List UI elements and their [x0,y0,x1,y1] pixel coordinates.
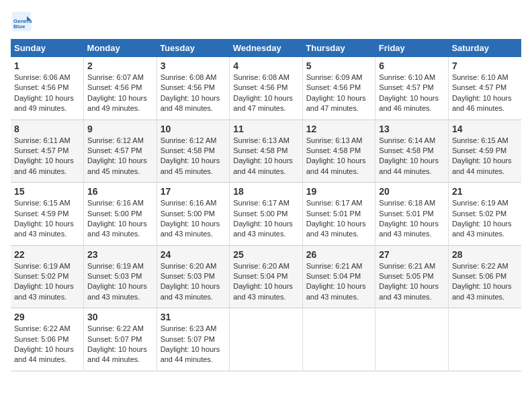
header-day: Tuesday [157,39,230,57]
calendar-cell: 24Sunrise: 6:20 AMSunset: 5:03 PMDayligh… [157,245,230,308]
day-number: 3 [161,60,226,71]
calendar-cell: 17Sunrise: 6:16 AMSunset: 5:00 PMDayligh… [157,183,230,246]
day-number: 7 [452,60,518,71]
calendar-cell: 15Sunrise: 6:15 AMSunset: 4:59 PMDayligh… [11,183,84,246]
logo-icon: General Blue [11,11,32,32]
calendar-cell [302,308,375,371]
day-number: 9 [87,124,153,134]
calendar-cell: 16Sunrise: 6:16 AMSunset: 5:00 PMDayligh… [84,183,157,246]
day-info: Sunrise: 6:18 AMSunset: 5:01 PMDaylight:… [379,198,445,240]
day-info: Sunrise: 6:06 AMSunset: 4:56 PMDaylight:… [14,73,80,114]
day-number: 23 [87,249,153,260]
day-info: Sunrise: 6:08 AMSunset: 4:56 PMDaylight:… [161,73,226,114]
day-number: 10 [161,124,226,134]
header-day: Sunday [11,39,84,57]
day-number: 2 [87,60,153,71]
calendar-cell: 3Sunrise: 6:08 AMSunset: 4:56 PMDaylight… [157,57,230,120]
calendar-cell: 21Sunrise: 6:19 AMSunset: 5:02 PMDayligh… [448,183,521,246]
page-header: General Blue [11,11,521,32]
calendar-cell: 13Sunrise: 6:14 AMSunset: 4:58 PMDayligh… [375,120,449,183]
day-number: 22 [14,249,80,260]
day-number: 19 [306,186,372,197]
day-number: 14 [452,124,518,134]
day-number: 28 [452,249,518,260]
header-day: Saturday [448,39,521,57]
calendar-cell: 23Sunrise: 6:19 AMSunset: 5:03 PMDayligh… [84,245,157,308]
day-number: 17 [161,186,226,197]
header-day: Friday [375,39,449,57]
day-info: Sunrise: 6:15 AMSunset: 4:59 PMDaylight:… [14,198,80,240]
day-info: Sunrise: 6:13 AMSunset: 4:58 PMDaylight:… [233,136,299,177]
calendar-cell: 27Sunrise: 6:21 AMSunset: 5:05 PMDayligh… [375,245,449,308]
day-number: 6 [379,60,445,71]
calendar-cell: 9Sunrise: 6:12 AMSunset: 4:57 PMDaylight… [84,120,157,183]
day-info: Sunrise: 6:21 AMSunset: 5:04 PMDaylight:… [306,261,372,303]
day-info: Sunrise: 6:10 AMSunset: 4:57 PMDaylight:… [452,73,518,114]
logo: General Blue [11,11,35,32]
calendar-table: SundayMondayTuesdayWednesdayThursdayFrid… [11,39,521,371]
calendar-cell: 25Sunrise: 6:20 AMSunset: 5:04 PMDayligh… [230,245,303,308]
day-number: 8 [14,124,80,134]
calendar-week-row: 29Sunrise: 6:22 AMSunset: 5:06 PMDayligh… [11,308,521,371]
day-info: Sunrise: 6:19 AMSunset: 5:03 PMDaylight:… [87,261,153,303]
day-info: Sunrise: 6:23 AMSunset: 5:07 PMDaylight:… [161,324,226,365]
day-info: Sunrise: 6:15 AMSunset: 4:59 PMDaylight:… [452,136,518,177]
day-info: Sunrise: 6:09 AMSunset: 4:56 PMDaylight:… [306,73,372,114]
calendar-cell: 26Sunrise: 6:21 AMSunset: 5:04 PMDayligh… [302,245,375,308]
header-day: Wednesday [230,39,303,57]
calendar-cell: 18Sunrise: 6:17 AMSunset: 5:00 PMDayligh… [230,183,303,246]
svg-text:Blue: Blue [13,24,26,30]
day-info: Sunrise: 6:08 AMSunset: 4:56 PMDaylight:… [233,73,299,114]
calendar-cell [375,308,449,371]
day-number: 12 [306,124,372,134]
day-number: 27 [379,249,445,260]
day-number: 11 [233,124,299,134]
day-number: 18 [233,186,299,197]
day-info: Sunrise: 6:13 AMSunset: 4:58 PMDaylight:… [306,136,372,177]
calendar-cell: 1Sunrise: 6:06 AMSunset: 4:56 PMDaylight… [11,57,84,120]
day-info: Sunrise: 6:16 AMSunset: 5:00 PMDaylight:… [87,198,153,240]
day-number: 26 [306,249,372,260]
calendar-cell: 11Sunrise: 6:13 AMSunset: 4:58 PMDayligh… [230,120,303,183]
day-number: 30 [87,312,153,322]
calendar-cell [448,308,521,371]
day-info: Sunrise: 6:07 AMSunset: 4:56 PMDaylight:… [87,73,153,114]
calendar-cell: 14Sunrise: 6:15 AMSunset: 4:59 PMDayligh… [448,120,521,183]
calendar-week-row: 8Sunrise: 6:11 AMSunset: 4:57 PMDaylight… [11,120,521,183]
day-number: 21 [452,186,518,197]
day-number: 15 [14,186,80,197]
calendar-cell: 7Sunrise: 6:10 AMSunset: 4:57 PMDaylight… [448,57,521,120]
day-info: Sunrise: 6:20 AMSunset: 5:04 PMDaylight:… [233,261,299,303]
calendar-cell: 5Sunrise: 6:09 AMSunset: 4:56 PMDaylight… [302,57,375,120]
calendar-cell: 6Sunrise: 6:10 AMSunset: 4:57 PMDaylight… [375,57,449,120]
calendar-week-row: 15Sunrise: 6:15 AMSunset: 4:59 PMDayligh… [11,183,521,246]
day-info: Sunrise: 6:19 AMSunset: 5:02 PMDaylight:… [452,198,518,240]
day-info: Sunrise: 6:11 AMSunset: 4:57 PMDaylight:… [14,136,80,177]
day-number: 25 [233,249,299,260]
header-day: Thursday [302,39,375,57]
calendar-week-row: 1Sunrise: 6:06 AMSunset: 4:56 PMDaylight… [11,57,521,120]
calendar-cell: 19Sunrise: 6:17 AMSunset: 5:01 PMDayligh… [302,183,375,246]
calendar-cell: 30Sunrise: 6:22 AMSunset: 5:07 PMDayligh… [84,308,157,371]
day-number: 13 [379,124,445,134]
day-info: Sunrise: 6:20 AMSunset: 5:03 PMDaylight:… [161,261,226,303]
day-number: 31 [161,312,226,322]
day-info: Sunrise: 6:16 AMSunset: 5:00 PMDaylight:… [161,198,226,240]
calendar-cell: 29Sunrise: 6:22 AMSunset: 5:06 PMDayligh… [11,308,84,371]
day-info: Sunrise: 6:12 AMSunset: 4:58 PMDaylight:… [161,136,226,177]
calendar-cell: 31Sunrise: 6:23 AMSunset: 5:07 PMDayligh… [157,308,230,371]
day-number: 24 [161,249,226,260]
day-info: Sunrise: 6:21 AMSunset: 5:05 PMDaylight:… [379,261,445,303]
day-info: Sunrise: 6:17 AMSunset: 5:01 PMDaylight:… [306,198,372,240]
day-number: 29 [14,312,80,322]
day-number: 5 [306,60,372,71]
day-info: Sunrise: 6:19 AMSunset: 5:02 PMDaylight:… [14,261,80,303]
day-number: 4 [233,60,299,71]
day-info: Sunrise: 6:12 AMSunset: 4:57 PMDaylight:… [87,136,153,177]
calendar-cell: 10Sunrise: 6:12 AMSunset: 4:58 PMDayligh… [157,120,230,183]
calendar-cell: 22Sunrise: 6:19 AMSunset: 5:02 PMDayligh… [11,245,84,308]
day-info: Sunrise: 6:10 AMSunset: 4:57 PMDaylight:… [379,73,445,114]
calendar-cell: 8Sunrise: 6:11 AMSunset: 4:57 PMDaylight… [11,120,84,183]
day-info: Sunrise: 6:22 AMSunset: 5:06 PMDaylight:… [452,261,518,303]
day-info: Sunrise: 6:17 AMSunset: 5:00 PMDaylight:… [233,198,299,240]
